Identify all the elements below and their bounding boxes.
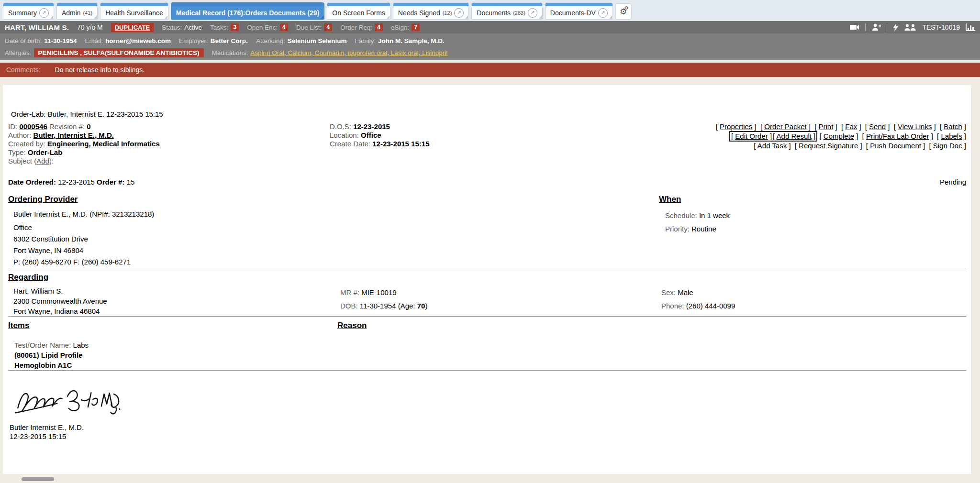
author-link[interactable]: Butler, Internist E., M.D. [33,131,114,139]
email-value: horner@mieweb.com [105,37,171,44]
medication-link[interactable]: Lisinopril [422,49,447,56]
id-label: ID: [8,122,17,131]
family-value: John M. Sample, M.D. [378,37,445,44]
sign-doc-link[interactable]: Sign Doc [929,142,966,150]
lightning-icon[interactable] [893,23,898,32]
complete-link[interactable]: Complete [819,132,858,140]
batch-link[interactable]: Batch [940,122,966,131]
document-id-link[interactable]: 0000546 [19,122,47,131]
properties-link[interactable]: Properties [716,122,757,131]
two-people-icon[interactable] [904,24,916,31]
add-person-icon[interactable] [871,23,881,31]
comments-text: Do not release info to siblings. [55,66,145,74]
settings-gears-icon[interactable]: ⚙⚙ [615,3,632,20]
tab-stripe [546,3,612,6]
meta-left-column: ID: 0000546 Revision #: 0 Author: Butler… [8,122,330,165]
author-label: Author: [8,131,31,139]
add-task-link[interactable]: Add Task [754,142,791,150]
tab-needs-signed[interactable]: Needs Signed (12) ↗ [393,2,469,20]
edit-order-link[interactable]: Edit Order [731,132,772,140]
tab-health-surveillance[interactable]: Health Surveillance [100,2,168,20]
tab-summary[interactable]: Summary ↗ [3,2,54,20]
bar-chart-icon[interactable] [966,23,975,31]
print-link[interactable]: Print [814,122,837,131]
schedule-label: Schedule: [665,211,697,220]
open-enc-label: Open Enc: [247,24,278,31]
location-value: Office [361,131,381,139]
sex-value: Male [678,288,693,296]
popout-icon[interactable]: ↗ [528,8,537,18]
duplicate-flag-badge[interactable]: DUPLICATE [111,23,154,32]
video-camera-icon[interactable] [850,24,859,31]
allergies-badge[interactable]: PENICILLINS , SULFA(SULFONAMIDE ANTIBIOT… [34,48,204,57]
created-by-link[interactable]: Engineering, Medical Informatics [47,140,160,148]
fax-link[interactable]: Fax [841,122,861,131]
mr-label: MR #: [340,288,359,296]
labels-link[interactable]: Labels [937,132,966,140]
regarding-dob-label: DOB: [340,302,358,310]
medication-link[interactable]: Aspirin Oral [250,49,288,56]
location-label: Location: [330,131,359,139]
medication-link[interactable]: Lasix oral [391,49,422,56]
tab-admin[interactable]: Admin (41) [56,2,98,20]
subject-add-link[interactable]: Add [36,157,49,165]
tab-medical-record-orders-documents[interactable]: Medical Record (176):Orders Documents (2… [171,2,325,20]
patient-name: HART, WILLIAM S. [5,23,69,32]
tab-label: Summary [8,9,37,17]
test-order-name-value: Labs [73,341,89,349]
section-divider [8,370,966,371]
tasks-count-badge[interactable]: 3 [231,23,239,31]
view-links-link[interactable]: View Links [894,122,936,131]
tab-documents-dv[interactable]: Documents-DV ↗ [545,2,613,20]
popout-icon[interactable]: ↗ [39,8,49,18]
create-date-value: 12-23-2015 15:15 [372,140,429,148]
type-label: Type: [8,148,26,156]
regarding-sex-phone-block: Sex: Male Phone: (260) 444-0099 [661,286,966,316]
medication-link[interactable]: ibuprofen oral [348,49,391,56]
print-fax-lab-order-link[interactable]: Print/Fax Lab Order [862,132,933,140]
tab-label: Documents [477,9,511,17]
due-list-label: Due List: [296,24,322,31]
order-summary-line: Date Ordered: 12-23-2015 Order #: 15 Pen… [8,178,966,187]
due-list-count-badge[interactable]: 4 [324,23,332,31]
schedule-value: In 1 week [699,211,730,220]
order-item: Hemoglobin A1C [14,360,337,370]
order-packet-link[interactable]: Order Packet [760,122,811,131]
medication-link[interactable]: Calcium [288,49,314,56]
order-number-label: Order #: [97,178,124,186]
order-req-count-badge[interactable]: 4 [375,23,383,31]
employer-label: Employer: [179,37,208,44]
add-result-link[interactable]: Add Result [773,132,815,140]
popout-icon[interactable]: ↗ [598,8,608,18]
document-view: Order-Lab: Butler, Internist E. 12-23-20… [3,85,971,474]
regarding-name: Hart, William S. [13,286,337,296]
send-link[interactable]: Send [865,122,890,131]
popout-icon[interactable]: ↗ [454,8,464,18]
employer-value: Better Corp. [211,37,248,44]
tab-count: (283) [513,10,525,16]
priority-label: Priority: [665,225,690,233]
items-reason-section: Items Test/Order Name: Labs (80061) Lipi… [8,321,966,370]
tab-documents[interactable]: Documents (283) ↗ [471,2,543,20]
open-enc-count-badge[interactable]: 4 [280,23,288,31]
provider-when-section: Ordering Provider Butler Internist E., M… [8,195,966,268]
tasks-label: Tasks: [210,24,228,31]
document-title: Order-Lab: Butler, Internist E. 12-23-20… [11,110,966,119]
attending-value: Selenium Selenium [288,37,347,44]
focused-actions-group: Edit OrderAdd Result [729,131,817,142]
horizontal-scrollbar-thumb[interactable] [22,477,54,481]
medication-link[interactable]: Coumadin [315,49,348,56]
items-heading: Items [8,321,337,330]
when-heading: When [659,195,966,204]
regarding-address1: 2300 Commonwealth Avenue [13,296,337,306]
comments-bar: Comments: Do not release info to sibling… [0,63,980,77]
push-document-link[interactable]: Push Document [866,142,925,150]
tab-stripe [393,3,469,6]
provider-phone-fax: P: (260) 459-6270 F: (260) 459-6271 [13,256,659,268]
email-label: Email: [85,37,103,44]
items-content: Test/Order Name: Labs (80061) Lipid Prof… [14,340,337,370]
provider-address2: Fort Wayne, IN 46804 [13,245,659,256]
tab-on-screen-forms[interactable]: On Screen Forms [327,2,390,20]
request-signature-link[interactable]: Request Signature [795,142,862,150]
esign-count-badge[interactable]: 7 [412,23,420,31]
